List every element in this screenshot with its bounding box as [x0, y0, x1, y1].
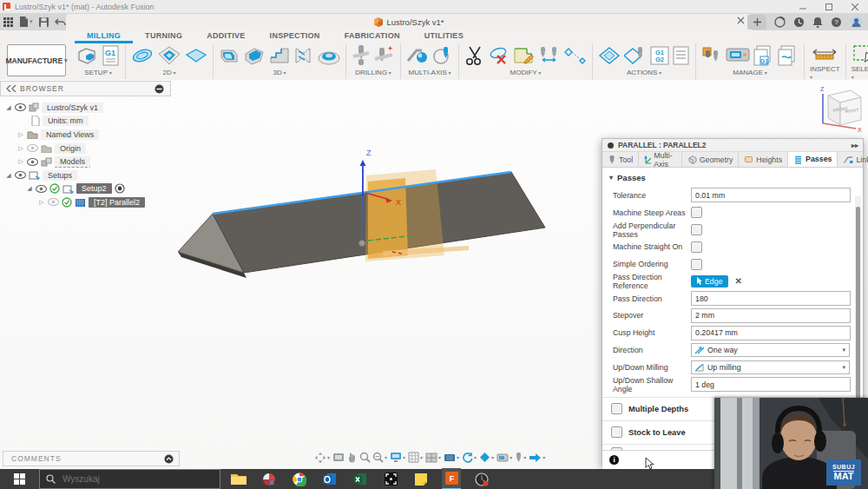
view-cube[interactable]: FRONT RIGHT Z X — [812, 83, 866, 135]
setup-sheet-icon[interactable] — [673, 45, 690, 66]
tree-item-root[interactable]: ◢ Lustro/Szyk v1 — [0, 101, 171, 115]
probe-icon[interactable] — [538, 45, 561, 66]
collapsed-arrow-icon[interactable]: ▷ — [38, 199, 45, 206]
info-icon[interactable]: i — [609, 455, 619, 465]
browser-options-icon[interactable] — [155, 84, 164, 94]
multiple-depths-checkbox[interactable] — [611, 403, 622, 414]
adaptive2d-icon[interactable] — [131, 45, 155, 66]
tree-item-setups[interactable]: ◢ Setups — [0, 169, 171, 182]
zoom-icon[interactable] — [359, 452, 371, 463]
operations-doc-icon[interactable]: G1 — [102, 45, 120, 66]
up-down-milling-select[interactable]: Up milling — [691, 360, 850, 374]
direction-select[interactable]: One way — [691, 343, 850, 357]
recent-activity-icon[interactable] — [793, 17, 805, 28]
tab-turning[interactable]: TURNING — [133, 30, 194, 43]
dialog-tab-geometry[interactable]: Geometry — [682, 152, 740, 167]
pass-direction-input[interactable] — [691, 291, 851, 306]
tree-item-models[interactable]: ▷ Models — [0, 155, 171, 169]
collapse-panel-icon[interactable] — [6, 85, 16, 92]
edge-selection-chip[interactable]: Edge — [691, 275, 728, 287]
thread-mill-icon[interactable]: + — [374, 44, 395, 67]
eye-icon[interactable] — [15, 171, 26, 179]
machine-library-icon[interactable] — [726, 45, 750, 66]
tool-library-icon[interactable] — [701, 45, 722, 66]
dialog-tab-heights[interactable]: Heights — [739, 152, 788, 167]
machine-steep-areas-checkbox[interactable] — [691, 207, 702, 218]
tab-milling[interactable]: MILLING — [75, 30, 133, 43]
browser-header[interactable]: BROWSER — [0, 81, 171, 96]
close-button[interactable] — [842, 1, 868, 12]
clear-selection-icon[interactable]: ✕ — [735, 276, 742, 286]
g1g2-icon[interactable]: G1G2 — [650, 45, 669, 66]
template-library-icon[interactable] — [778, 45, 799, 66]
eye-icon[interactable] — [36, 185, 47, 193]
user-avatar[interactable] — [850, 16, 863, 29]
capture-icon[interactable] — [381, 469, 400, 489]
fusion-icon[interactable]: F — [442, 468, 461, 489]
passes-section-header[interactable]: Passes — [602, 168, 863, 187]
maximize-button[interactable] — [816, 1, 842, 12]
post-process-icon[interactable] — [624, 45, 647, 66]
save-button[interactable] — [39, 17, 49, 27]
new-tab-button[interactable] — [747, 15, 766, 30]
notifications-icon[interactable] — [812, 17, 823, 28]
dialog-expand-icon[interactable]: ▸▸ — [852, 142, 858, 149]
rotary-contour-icon[interactable] — [432, 45, 453, 66]
point-compare-icon[interactable] — [564, 45, 587, 66]
job-status-icon[interactable] — [774, 17, 786, 28]
chrome-icon[interactable] — [290, 469, 309, 489]
pocket-clearing-icon[interactable] — [243, 45, 266, 66]
grid-icon[interactable]: ▾ — [408, 452, 424, 463]
tab-additive[interactable]: ADDITIVE — [194, 30, 257, 43]
minimize-button[interactable] — [790, 1, 816, 12]
adaptive-clearing-icon[interactable] — [219, 45, 240, 66]
cusp-height-input[interactable] — [691, 326, 851, 340]
tree-item-setup2[interactable]: ◢ Setup2 — [0, 182, 171, 196]
close-tab-icon[interactable] — [737, 17, 745, 24]
paint-icon[interactable] — [260, 469, 279, 489]
orbit-icon[interactable]: ▾ — [314, 452, 331, 464]
eye-icon[interactable] — [15, 103, 26, 111]
display-settings-icon[interactable]: ▾ — [390, 452, 406, 463]
drill-icon[interactable] — [352, 44, 371, 67]
tree-item-origin[interactable]: ▷ Origin — [0, 142, 171, 155]
collapsed-arrow-icon[interactable]: ▷ — [17, 131, 24, 138]
collapsed-arrow-icon[interactable]: ▷ — [17, 145, 24, 152]
post-icon[interactable]: ▾ — [529, 453, 546, 463]
app-grid-icon[interactable] — [3, 17, 13, 27]
expand-arrow-icon[interactable]: ◢ — [5, 104, 12, 111]
edit-boundary-icon[interactable] — [513, 45, 535, 66]
post-library-icon[interactable]: G1 — [753, 45, 774, 66]
file-explorer-icon[interactable] — [229, 469, 248, 489]
face-icon[interactable] — [185, 45, 207, 66]
up-down-shallow-angle-input[interactable] — [691, 377, 851, 392]
document-tab[interactable]: Lustro/Szyk v1* — [66, 14, 752, 30]
tree-item-named-views[interactable]: ▷ Named Views — [0, 128, 171, 142]
eye-icon[interactable] — [27, 158, 38, 166]
parallel-icon[interactable] — [293, 45, 314, 66]
collapsed-arrow-icon[interactable]: ▷ — [17, 158, 24, 165]
dialog-grip-icon[interactable] — [608, 142, 614, 149]
tree-item-units[interactable]: Units: mm — [0, 115, 171, 129]
recorder-icon[interactable] — [472, 469, 491, 489]
simple-ordering-checkbox[interactable] — [691, 259, 702, 270]
excel-icon[interactable] — [351, 469, 370, 489]
comments-expand-icon[interactable] — [164, 454, 174, 464]
stepover-input[interactable] — [691, 308, 851, 323]
tolerance-input[interactable] — [691, 188, 851, 202]
help-icon[interactable]: ? — [831, 17, 842, 28]
trim-icon[interactable] — [464, 45, 485, 66]
dialog-tab-multi-axis[interactable]: Multi-Axis — [639, 152, 682, 167]
expand-arrow-icon[interactable]: ◢ — [5, 172, 12, 179]
swarf-icon[interactable] — [406, 45, 429, 66]
add-perpendicular-passes-checkbox[interactable] — [691, 224, 702, 235]
look-at-icon[interactable] — [332, 452, 345, 463]
toolpath-display-icon[interactable]: ▾ — [444, 453, 460, 463]
tab-fabrication[interactable]: FABRICATION — [332, 30, 412, 43]
tab-utilities[interactable]: UTILITIES — [412, 30, 476, 43]
steep-shallow-icon[interactable] — [269, 45, 290, 66]
sticky-notes-icon[interactable] — [411, 469, 431, 489]
machine-icon[interactable]: ▾ — [496, 453, 513, 463]
dialog-tab-passes[interactable]: Passes — [788, 152, 838, 167]
scrollbar-thumb[interactable] — [856, 207, 860, 424]
